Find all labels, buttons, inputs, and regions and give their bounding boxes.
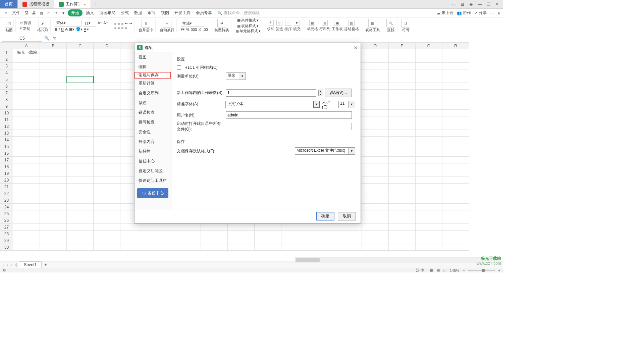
save-icon[interactable]: 🖫 bbox=[23, 10, 30, 16]
row-header[interactable]: 21 bbox=[0, 184, 13, 190]
cell[interactable] bbox=[442, 184, 469, 190]
cell[interactable] bbox=[389, 103, 416, 110]
avatar-icon[interactable]: ◉ bbox=[468, 2, 474, 7]
cell[interactable] bbox=[94, 231, 120, 237]
col-header[interactable]: P bbox=[389, 43, 416, 49]
cell[interactable] bbox=[13, 90, 40, 96]
undo-icon[interactable]: ↶ bbox=[46, 10, 52, 16]
percent-icon[interactable]: % bbox=[186, 28, 190, 32]
cell[interactable] bbox=[442, 197, 469, 204]
cell[interactable] bbox=[389, 143, 416, 150]
cell[interactable] bbox=[40, 163, 67, 170]
shrink-font-icon[interactable]: A⁻ bbox=[103, 21, 108, 25]
table-tools-icon[interactable]: ▦ bbox=[368, 19, 377, 28]
cell[interactable] bbox=[67, 224, 94, 231]
cell[interactable] bbox=[201, 244, 228, 251]
cell[interactable] bbox=[67, 130, 94, 137]
unit-select[interactable]: 厘米▼ bbox=[226, 72, 246, 80]
cell[interactable] bbox=[13, 157, 40, 163]
col-header[interactable]: B bbox=[40, 43, 67, 49]
cell[interactable] bbox=[389, 63, 416, 69]
cell[interactable] bbox=[40, 184, 67, 190]
cell[interactable] bbox=[67, 170, 94, 177]
cell[interactable] bbox=[40, 224, 67, 231]
cell[interactable] bbox=[442, 123, 469, 130]
cell[interactable] bbox=[389, 76, 416, 83]
cells-icon[interactable]: ▦ bbox=[309, 20, 315, 26]
cell[interactable] bbox=[13, 137, 40, 143]
rowcol-icon[interactable]: ▤ bbox=[322, 20, 328, 26]
cell[interactable] bbox=[362, 157, 389, 163]
sheet-button[interactable]: 工作表 bbox=[332, 27, 343, 32]
cell[interactable] bbox=[40, 237, 67, 244]
menu-view[interactable]: 视图 bbox=[159, 9, 171, 16]
col-header[interactable]: Q bbox=[416, 43, 442, 49]
cell[interactable] bbox=[13, 63, 40, 69]
cell[interactable] bbox=[442, 231, 469, 237]
cell[interactable] bbox=[94, 204, 120, 210]
cell[interactable] bbox=[416, 137, 442, 143]
cell[interactable] bbox=[442, 217, 469, 224]
save-format-select[interactable]: Microsoft Excel 文件(*.xlsx)▼ bbox=[295, 147, 355, 155]
fx-icon[interactable]: 🔍 bbox=[44, 36, 49, 41]
cell[interactable] bbox=[362, 143, 389, 150]
cell[interactable] bbox=[120, 224, 147, 231]
cell[interactable] bbox=[94, 197, 120, 204]
row-header[interactable]: 27 bbox=[0, 224, 13, 231]
cell[interactable] bbox=[201, 237, 228, 244]
cell[interactable] bbox=[94, 177, 120, 184]
cell[interactable] bbox=[442, 110, 469, 116]
row-header[interactable]: 15 bbox=[0, 143, 13, 150]
cell[interactable] bbox=[308, 224, 335, 231]
tab-home[interactable]: 首页 bbox=[0, 0, 18, 8]
cell[interactable] bbox=[13, 56, 40, 63]
cell[interactable] bbox=[308, 244, 335, 251]
cell[interactable] bbox=[416, 123, 442, 130]
command-search[interactable]: 🔍 查找命令、搜索模板 bbox=[217, 10, 260, 16]
row-header[interactable]: 7 bbox=[0, 90, 13, 96]
row-header[interactable]: 28 bbox=[0, 231, 13, 237]
freeze-button[interactable]: 冻结窗格 bbox=[344, 27, 359, 32]
startup-folder-input[interactable] bbox=[226, 123, 352, 130]
cell[interactable] bbox=[147, 244, 174, 251]
cell[interactable] bbox=[40, 150, 67, 157]
cell[interactable] bbox=[40, 170, 67, 177]
row-header[interactable]: 16 bbox=[0, 150, 13, 157]
cell[interactable] bbox=[13, 224, 40, 231]
cell[interactable] bbox=[416, 143, 442, 150]
cell[interactable] bbox=[442, 56, 469, 63]
cell[interactable] bbox=[362, 150, 389, 157]
cell[interactable] bbox=[362, 90, 389, 96]
cell[interactable] bbox=[416, 150, 442, 157]
minimize-icon[interactable]: — bbox=[477, 2, 482, 7]
align-top-icon[interactable]: ≡ bbox=[114, 21, 116, 26]
fill-button[interactable]: 填充 bbox=[293, 27, 301, 32]
cell[interactable] bbox=[362, 76, 389, 83]
cut-button[interactable]: ✂ 剪切 bbox=[20, 20, 31, 26]
col-header[interactable]: C bbox=[67, 43, 94, 49]
cell[interactable] bbox=[362, 116, 389, 123]
cell[interactable] bbox=[228, 237, 255, 244]
fill-icon[interactable]: ▼ bbox=[294, 20, 300, 26]
chevron-down-icon[interactable]: ▼ bbox=[348, 147, 355, 155]
select-all[interactable] bbox=[0, 43, 13, 49]
cell[interactable] bbox=[67, 69, 94, 76]
cell[interactable] bbox=[389, 204, 416, 210]
cell[interactable] bbox=[67, 190, 94, 197]
cell[interactable] bbox=[416, 163, 442, 170]
align-middle-icon[interactable]: ≡ bbox=[118, 21, 120, 26]
cell[interactable] bbox=[442, 96, 469, 103]
view-break-icon[interactable]: ▭ bbox=[443, 268, 446, 272]
cell[interactable] bbox=[416, 204, 442, 210]
cell[interactable] bbox=[13, 231, 40, 237]
sheets-spinner[interactable]: ▲▼ bbox=[318, 90, 323, 96]
cell[interactable] bbox=[362, 69, 389, 76]
cell[interactable] bbox=[94, 63, 120, 69]
font-name-select[interactable]: 宋体 ▾ bbox=[55, 20, 82, 27]
cell[interactable] bbox=[40, 56, 67, 63]
indent-dec-icon[interactable]: ⇤ bbox=[125, 21, 128, 26]
cell[interactable] bbox=[67, 110, 94, 116]
cell[interactable] bbox=[13, 150, 40, 157]
cell[interactable] bbox=[67, 184, 94, 190]
cell[interactable] bbox=[442, 103, 469, 110]
